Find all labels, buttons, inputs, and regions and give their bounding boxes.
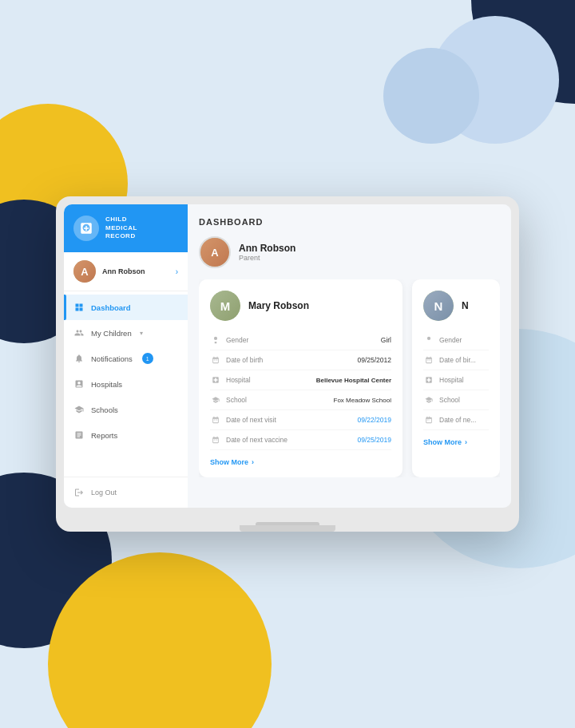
main-user-role: Parent <box>239 254 295 262</box>
sidebar-item-my-children[interactable]: My Children ▾ <box>64 320 188 346</box>
hospitals-icon <box>73 378 85 390</box>
visit-label-2: Date of ne... <box>439 416 489 424</box>
page-title: DASHBOARD <box>199 217 500 227</box>
next-vaccine-label: Date of next vaccine <box>226 436 357 444</box>
main-content: DASHBOARD A Ann Robson Parent <box>188 204 511 508</box>
hospital-value: Bellevue Hospital Center <box>316 377 391 384</box>
card-avatar-second: N <box>423 291 454 321</box>
next-vaccine-value[interactable]: 09/25/2019 <box>357 436 391 444</box>
main-user-name: Ann Robson <box>239 243 295 254</box>
school-label: School <box>226 396 334 404</box>
sidebar-navigation: Dashboard My Children ▾ Notification <box>64 291 188 477</box>
logout-label: Log Out <box>91 489 117 497</box>
card-header-mary: M Mary Robson <box>210 291 391 321</box>
card-child-name-mary: Mary Robson <box>248 300 309 311</box>
notifications-badge: 1 <box>142 353 153 364</box>
next-visit-label: Date of next visit <box>226 416 357 424</box>
app-logo-icon <box>73 216 99 241</box>
chevron-right-icon: › <box>252 458 254 466</box>
avatar-face-second: N <box>423 291 454 321</box>
dob-value: 09/25/2012 <box>357 356 391 364</box>
sidebar-item-my-children-label: My Children <box>91 329 132 338</box>
dob-label-2: Date of bir... <box>439 356 489 364</box>
data-row-school-2: School <box>423 390 489 410</box>
next-visit-value[interactable]: 09/22/2019 <box>357 416 391 424</box>
dob-icon <box>210 354 221 366</box>
sidebar-item-schools-label: Schools <box>91 406 118 414</box>
app-title: CHILD MEDICAL RECORD <box>105 216 137 240</box>
sidebar-item-reports-label: Reports <box>91 431 117 440</box>
reports-icon <box>73 429 85 441</box>
main-user-avatar: A <box>199 236 231 268</box>
card-avatar-mary: M <box>210 291 240 321</box>
sidebar-item-hospitals[interactable]: Hospitals <box>64 371 188 397</box>
chevron-down-icon: ▾ <box>140 330 143 337</box>
card-child-name-second: N <box>462 300 469 311</box>
school-value: Fox Meadow School <box>334 397 391 404</box>
schools-icon <box>73 404 85 415</box>
user-header: A Ann Robson Parent <box>199 236 500 268</box>
medical-cross-icon <box>79 221 93 235</box>
hospital-icon <box>210 374 221 386</box>
logout-button[interactable]: Log Out <box>64 477 188 508</box>
dashboard-icon <box>73 302 85 313</box>
sidebar-header: CHILD MEDICAL RECORD <box>64 204 188 252</box>
data-row-school: School Fox Meadow School <box>210 390 391 410</box>
data-row-dob: Date of birth 09/25/2012 <box>210 350 391 370</box>
shape-blue-circle-tr2 <box>383 48 479 144</box>
avatar-face-mary: M <box>210 291 240 321</box>
children-icon <box>73 327 85 338</box>
sidebar-item-reports[interactable]: Reports <box>64 422 188 448</box>
hospital-label-2: Hospital <box>439 376 489 384</box>
show-more-button-mary[interactable]: Show More › <box>210 458 391 466</box>
data-row-dob-2: Date of bir... <box>423 350 489 370</box>
sidebar-user-avatar: A <box>73 260 96 283</box>
data-row-gender: Gender Girl <box>210 330 391 350</box>
gender-label-2: Gender <box>439 336 489 344</box>
data-row-next-vaccine: Date of next vaccine 09/25/2019 <box>210 430 391 450</box>
child-card-second: N N Gender <box>412 279 500 477</box>
laptop-base <box>240 525 335 532</box>
child-card-mary: M Mary Robson Gender Girl <box>199 279 402 477</box>
main-user-info: Ann Robson Parent <box>239 243 295 262</box>
card-header-second: N N <box>423 291 489 321</box>
next-visit-icon <box>210 414 221 425</box>
gender-icon <box>210 334 221 346</box>
sidebar-item-hospitals-label: Hospitals <box>91 380 122 389</box>
sidebar: CHILD MEDICAL RECORD A Ann Robson › <box>64 204 188 508</box>
avatar-face: A <box>200 238 229 267</box>
sidebar-item-notifications[interactable]: Notifications 1 <box>64 346 188 371</box>
dob-label: Date of birth <box>226 356 357 364</box>
gender-icon-2 <box>423 334 434 346</box>
school-icon <box>210 394 221 406</box>
chevron-right-icon-2: › <box>465 438 467 446</box>
data-row-next-visit: Date of next visit 09/22/2019 <box>210 410 391 430</box>
gender-value: Girl <box>381 336 391 344</box>
chevron-right-icon: › <box>176 267 178 276</box>
sidebar-item-dashboard[interactable]: Dashboard <box>64 295 188 320</box>
sidebar-user-profile[interactable]: A Ann Robson › <box>64 252 188 291</box>
show-more-button-second[interactable]: Show More › <box>423 438 489 446</box>
hospital-icon-2 <box>423 374 434 386</box>
dob-icon-2 <box>423 354 434 366</box>
logout-icon <box>73 487 85 498</box>
data-row-gender-2: Gender <box>423 330 489 350</box>
sidebar-item-dashboard-label: Dashboard <box>91 303 131 312</box>
laptop-frame: CHILD MEDICAL RECORD A Ann Robson › <box>56 196 519 532</box>
gender-label: Gender <box>226 336 381 344</box>
school-label-2: School <box>439 396 489 404</box>
school-icon-2 <box>423 394 434 406</box>
data-row-hospital-2: Hospital <box>423 370 489 390</box>
avatar-initials: A <box>73 260 96 283</box>
children-cards-row: M Mary Robson Gender Girl <box>199 279 500 477</box>
sidebar-user-name: Ann Robson <box>102 267 169 275</box>
data-row-visit-2: Date of ne... <box>423 410 489 430</box>
laptop-screen: CHILD MEDICAL RECORD A Ann Robson › <box>64 204 511 508</box>
sidebar-item-notifications-label: Notifications <box>91 354 133 363</box>
notifications-icon <box>73 353 85 364</box>
visit-icon-2 <box>423 414 434 425</box>
hospital-label: Hospital <box>226 376 316 384</box>
app-container: CHILD MEDICAL RECORD A Ann Robson › <box>64 204 511 508</box>
next-vaccine-icon <box>210 434 221 445</box>
sidebar-item-schools[interactable]: Schools <box>64 397 188 422</box>
